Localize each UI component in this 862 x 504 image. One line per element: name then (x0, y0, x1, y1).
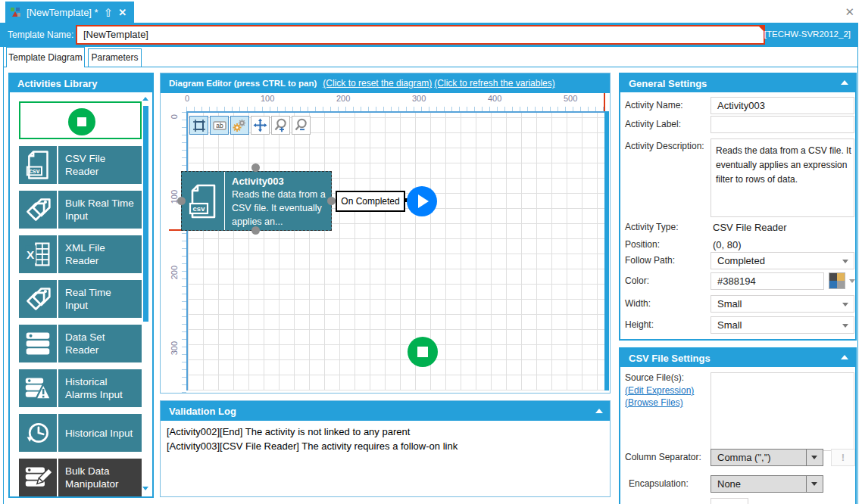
color-label: Color: (625, 275, 649, 286)
validation-log-title: Validation Log (169, 406, 236, 417)
chevron-down-icon[interactable] (849, 279, 855, 283)
encapsulation-label: Encapsulation: (629, 478, 689, 489)
zoom-in-icon (273, 118, 288, 132)
library-item[interactable]: Bulk DataManipulator (19, 459, 142, 496)
zoom-out-icon (294, 118, 308, 132)
activity-label-input[interactable] (711, 116, 854, 133)
ruler-number: 400 (488, 94, 501, 103)
tags-icon (19, 191, 57, 229)
document-tab[interactable]: [NewTemplate] * ⇧ ✕ (5, 2, 134, 23)
position-label: Position: (625, 239, 660, 250)
collapse-icon[interactable] (841, 355, 848, 359)
document-tab-title: [NewTemplate] * (27, 7, 98, 18)
activity-node-title: Activity003 (232, 176, 328, 187)
activity-node-description: Reads the data from aCSV file. It eventu… (232, 188, 328, 229)
history-icon (19, 414, 57, 452)
diagram-editor-panel: Diagram Editor (press CTRL to pan) (Clic… (160, 73, 611, 394)
ruler-number: 200 (336, 94, 350, 103)
general-settings-header: General Settings (620, 74, 855, 92)
encapsulation-select[interactable]: None (711, 475, 823, 493)
node-handle-left[interactable] (177, 197, 186, 205)
window-close-icon[interactable]: ✕ (845, 5, 854, 19)
play-node[interactable] (407, 186, 437, 216)
link-label[interactable]: On Completed (336, 191, 405, 212)
library-item[interactable]: HistoricalAlarms Input (19, 369, 142, 407)
library-item-label: Historical Input (58, 414, 142, 452)
library-scrollbar[interactable] (143, 106, 148, 322)
library-scroll-down-icon[interactable] (142, 487, 148, 490)
browse-files-link[interactable]: (Browse Files) (625, 397, 683, 408)
collapse-icon[interactable] (841, 80, 848, 85)
node-handle-bottom[interactable] (251, 226, 260, 235)
zoom-in-button[interactable] (271, 116, 290, 135)
edit-expression-link[interactable]: (Edit Expression) (625, 385, 694, 396)
library-item[interactable]: Historical Input (19, 414, 142, 452)
cutoff-input[interactable] (711, 498, 748, 504)
activity-name-input[interactable]: Activity003 (711, 97, 854, 114)
label-ab-button[interactable]: ab (210, 116, 229, 135)
chevron-down-icon (811, 456, 817, 459)
pan-move-button[interactable] (251, 116, 270, 135)
node-handle-top[interactable] (251, 163, 260, 172)
library-item[interactable]: Bulk Real TimeInput (19, 191, 142, 229)
csv-file-settings-title: CSV File Settings (629, 353, 711, 364)
collapse-icon[interactable] (595, 409, 603, 413)
settings-gears-button[interactable] (230, 116, 249, 135)
activity-description-textarea[interactable]: Reads the data from a CSV file. Iteventu… (711, 138, 854, 217)
height-select[interactable]: Small (711, 316, 854, 334)
library-item[interactable]: XXML FileReader (19, 235, 142, 273)
chevron-down-icon (811, 482, 817, 486)
source-files-textarea[interactable] (711, 372, 854, 451)
diagram-vertical-scrollbar[interactable] (604, 111, 609, 390)
refresh-variables-link[interactable]: (Click to refresh the variables) (434, 78, 554, 89)
separator-warning-button[interactable]: ! (831, 449, 855, 466)
width-select[interactable]: Small (711, 295, 854, 313)
activities-library-header: Activities Library (10, 74, 152, 92)
tab-parameters[interactable]: Parameters (88, 48, 142, 67)
vertical-ruler: 0100200300 (169, 111, 186, 393)
template-name-input[interactable]: [NewTemplate] (76, 25, 765, 45)
alarms-icon (19, 369, 57, 407)
app-border-left (3, 47, 4, 504)
column-separator-label: Column Separator: (625, 452, 701, 462)
app-border-right (857, 47, 858, 504)
library-item-label: Bulk DataManipulator (58, 459, 142, 496)
tab-template-diagram[interactable]: Template Diagram (6, 47, 85, 67)
end-node[interactable] (408, 337, 438, 367)
csv-file-settings-panel: CSV File Settings Source File(s): (Edit … (619, 347, 857, 504)
library-item[interactable]: Data SetReader (19, 325, 142, 362)
library-item[interactable]: csvCSV FileReader (19, 146, 142, 184)
zoom-out-button[interactable] (292, 116, 311, 135)
activities-library-panel: Activities Library csvCSV FileReaderBulk… (8, 73, 154, 498)
library-item-end-node[interactable] (19, 101, 142, 139)
color-input[interactable]: #388194 (711, 272, 824, 290)
library-scroll-up-icon[interactable] (142, 97, 148, 101)
reset-diagram-link[interactable]: (Click to reset the diagram) (323, 78, 432, 89)
ruler-number: 0 (185, 94, 189, 103)
follow-path-select[interactable]: Completed (711, 252, 854, 269)
tab-strip-line (3, 67, 858, 67)
tab-close-icon[interactable]: ✕ (118, 7, 126, 18)
node-handle-right[interactable] (327, 197, 336, 205)
data-set-icon (19, 325, 57, 362)
activities-library-title: Activities Library (17, 78, 98, 89)
svg-text:csv: csv (193, 204, 206, 213)
diagram-canvas[interactable] (186, 111, 605, 390)
select-region-button[interactable] (189, 116, 208, 135)
activity-label-label: Activity Label: (625, 119, 681, 129)
svg-text:csv: csv (29, 167, 39, 175)
ruler-number: 0 (170, 114, 180, 119)
manipulator-icon (19, 459, 57, 496)
label-ab-icon: ab (213, 119, 226, 132)
tags-icon (19, 280, 57, 318)
library-item[interactable]: Real TimeInput (19, 280, 142, 318)
color-picker-button[interactable] (829, 272, 845, 289)
activity-node[interactable]: csv Activity003 Reads the data from aCSV… (181, 171, 332, 231)
promote-icon[interactable]: ⇧ (104, 7, 114, 18)
csv-file-settings-header: CSV File Settings (620, 349, 855, 367)
excel-file-icon: X (19, 235, 57, 273)
chevron-down-icon (842, 260, 848, 263)
ruler-number: 500 (564, 94, 577, 103)
library-item-label: CSV FileReader (58, 146, 142, 184)
column-separator-select[interactable]: Comma (",") (711, 449, 823, 466)
